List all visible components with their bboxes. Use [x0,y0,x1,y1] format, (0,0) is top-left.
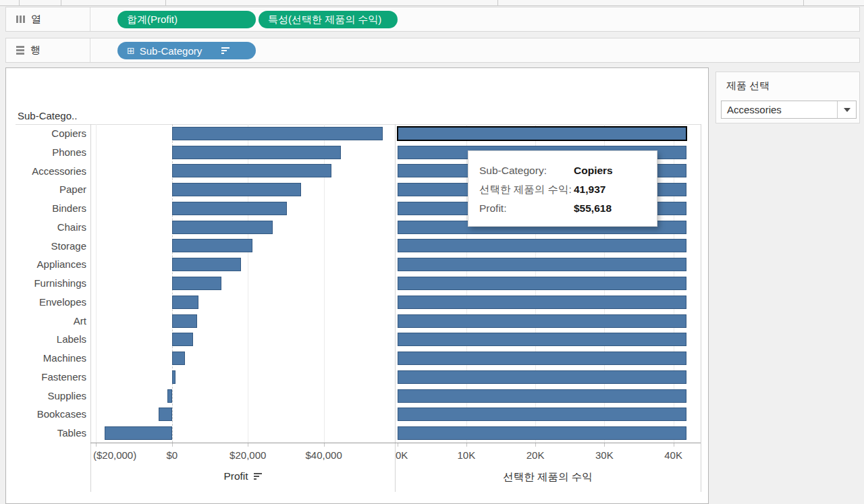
dropdown-arrow-cell[interactable] [837,101,856,118]
bar-profit-binders[interactable] [172,202,287,215]
bar-profit-bookcases[interactable] [159,408,172,421]
tooltip-label: Sub-Category: [479,165,574,177]
axis-tick [324,443,325,447]
bar-selected-revenue-art[interactable] [398,314,687,328]
row-label-phones[interactable]: Phones [6,143,86,162]
bar-profit-fasteners[interactable] [172,370,176,384]
axis-title-selected-product-revenue[interactable]: 선택한 제품의 수익 [395,470,701,484]
pill-label: 합계(Profit) [127,13,178,26]
row-label-supplies[interactable]: Supplies [6,387,86,405]
parameter-selected-value: Accessories [722,104,837,115]
strip-divider [61,0,61,5]
axis-title-profit[interactable]: Profit [90,470,395,482]
bar-selected-revenue-tables[interactable] [398,426,687,440]
pill-attr-selected-product-revenue[interactable]: 특성(선택한 제품의 수익) [259,11,398,28]
bar-selected-revenue-bookcases[interactable] [398,408,687,421]
tooltip-label: 선택한 제품의 수익: [479,183,574,197]
strip-divider [497,0,498,5]
pill-sub-category[interactable]: ⊞ Sub-Category [117,42,256,59]
tooltip-value: 41,937 [574,184,657,196]
parameter-dropdown[interactable]: Accessories [721,101,857,119]
bar-selected-revenue-appliances[interactable] [398,258,687,271]
axis-tick [535,443,536,447]
bar-profit-labels[interactable] [172,333,193,346]
axis-tick-label: 20K [526,449,545,461]
row-label-paper[interactable]: Paper [6,180,86,199]
bar-selected-revenue-furnishings[interactable] [398,277,687,290]
row-label-art[interactable]: Art [6,312,86,331]
row-label-appliances[interactable]: Appliances [6,255,86,274]
tooltip-value: Copiers [574,165,657,177]
strip-divider [803,0,804,5]
axis-tick-label: 0K [396,449,408,461]
bar-selected-revenue-fasteners[interactable] [398,370,687,384]
tooltip-row: Profit: $55,618 [479,199,657,218]
pill-label: Sub-Category [140,45,202,57]
columns-shelf: 열 합계(Profit) 특성(선택한 제품의 수익) [5,7,860,32]
plot-top-border [16,124,701,125]
rows-shelf-label-area: 행 [6,38,90,62]
axis-tick-label: $40,000 [306,449,342,461]
worksheet-canvas: Sub-Catego.. CopiersPhonesAccessoriesPap… [5,67,709,504]
rows-icon [16,46,24,55]
pill-sum-profit[interactable]: 합계(Profit) [117,11,256,28]
bar-selected-revenue-copiers[interactable] [397,126,688,141]
axis-tick [172,443,173,447]
row-label-tables[interactable]: Tables [6,424,86,443]
bar-selected-revenue-machines[interactable] [398,352,687,365]
rows-shelf: 행 ⊞ Sub-Category [5,38,860,63]
rows-shelf-label: 행 [30,44,40,57]
bar-profit-supplies[interactable] [167,389,172,403]
bar-selected-revenue-envelopes[interactable] [398,296,687,309]
axis-tick-label: ($20,000) [93,449,136,461]
axis-tick [96,443,97,447]
tooltip-value: $55,618 [574,202,657,215]
expand-hierarchy-icon[interactable]: ⊞ [127,46,135,55]
bar-profit-accessories[interactable] [172,164,331,177]
bar-profit-furnishings[interactable] [172,277,221,290]
row-label-machines[interactable]: Machines [6,349,86,368]
bar-profit-machines[interactable] [172,352,185,365]
row-label-envelopes[interactable]: Envelopes [6,293,86,312]
strip-divider [165,0,166,5]
bar-profit-paper[interactable] [172,183,301,196]
row-field-header[interactable]: Sub-Catego.. [18,110,77,121]
axis-tick-label: 30K [595,449,614,461]
bar-profit-envelopes[interactable] [172,296,198,309]
bar-selected-revenue-storage[interactable] [398,239,687,252]
axis-tick [674,443,674,447]
row-label-furnishings[interactable]: Furnishings [6,274,86,293]
sort-descending-icon[interactable] [254,473,262,480]
bar-selected-revenue-labels[interactable] [398,333,687,346]
bar-profit-tables[interactable] [105,426,172,440]
bar-profit-phones[interactable] [172,146,341,159]
row-label-storage[interactable]: Storage [6,237,86,256]
strip-divider [19,0,20,5]
row-label-copiers[interactable]: Copiers [6,124,86,143]
pane-separator [395,124,396,492]
tooltip-row: 선택한 제품의 수익: 41,937 [479,180,657,199]
bar-profit-storage[interactable] [172,239,253,252]
row-label-binders[interactable]: Binders [6,199,86,218]
bar-profit-appliances[interactable] [172,258,241,271]
row-label-chairs[interactable]: Chairs [6,218,86,237]
axis-tick-label: $0 [166,449,178,461]
sort-descending-icon[interactable] [221,47,230,54]
axis-line [90,443,701,443]
row-label-fasteners[interactable]: Fasteners [6,368,86,387]
pill-label: 특성(선택한 제품의 수익) [268,13,381,26]
bar-profit-art[interactable] [172,314,197,328]
row-label-accessories[interactable]: Accessories [6,162,86,181]
row-label-labels[interactable]: Labels [6,330,86,349]
bar-profit-copiers[interactable] [172,127,383,140]
tooltip-label: Profit: [479,202,574,215]
bar-selected-revenue-supplies[interactable] [398,389,687,403]
bar-profit-chairs[interactable] [172,221,273,234]
gridline [96,124,97,443]
columns-shelf-label-area: 열 [6,7,90,31]
top-cutoff-strip [0,0,864,6]
axis-title-label: 선택한 제품의 수익 [503,470,593,484]
row-label-bookcases[interactable]: Bookcases [6,405,86,424]
columns-shelf-label: 열 [31,13,41,26]
axis-tick [398,443,398,447]
